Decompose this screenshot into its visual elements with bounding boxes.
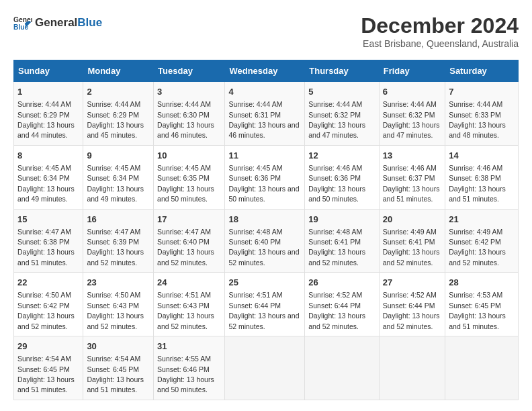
- day-cell: [305, 336, 380, 400]
- daylight-info: Daylight: 13 hours and 52 minutes.: [228, 312, 299, 330]
- daylight-info: Daylight: 13 hours and 49 minutes.: [17, 185, 75, 203]
- day-number: 28: [449, 277, 515, 289]
- logo: General Blue GeneralBlue: [13, 13, 102, 32]
- week-row-1: 1Sunrise: 4:44 AMSunset: 6:29 PMDaylight…: [14, 82, 519, 146]
- sunset-info: Sunset: 6:44 PM: [383, 302, 435, 310]
- day-cell: 30Sunrise: 4:54 AMSunset: 6:45 PMDayligh…: [83, 336, 154, 400]
- day-cell: [225, 336, 305, 400]
- day-number: 14: [449, 150, 515, 162]
- sunset-info: Sunset: 6:46 PM: [157, 365, 210, 373]
- day-number: 27: [383, 277, 441, 289]
- day-cell: 7Sunrise: 4:44 AMSunset: 6:33 PMDaylight…: [445, 82, 519, 146]
- daylight-info: Daylight: 13 hours and 52 minutes.: [17, 312, 75, 330]
- day-cell: 23Sunrise: 4:50 AMSunset: 6:43 PMDayligh…: [83, 273, 154, 336]
- daylight-info: Daylight: 13 hours and 51 minutes.: [449, 312, 506, 330]
- page-title: December 2024: [361, 13, 519, 38]
- sunrise-info: Sunrise: 4:45 AM: [228, 164, 282, 172]
- daylight-info: Daylight: 13 hours and 45 minutes.: [87, 121, 144, 139]
- sunset-info: Sunset: 6:42 PM: [449, 238, 501, 246]
- sunset-info: Sunset: 6:38 PM: [17, 238, 70, 246]
- sunset-info: Sunset: 6:40 PM: [157, 238, 210, 246]
- sunrise-info: Sunrise: 4:52 AM: [308, 291, 362, 299]
- day-number: 10: [157, 150, 221, 162]
- day-cell: 22Sunrise: 4:50 AMSunset: 6:42 PMDayligh…: [14, 273, 83, 336]
- day-number: 24: [157, 277, 221, 289]
- header-cell-saturday: Saturday: [445, 60, 519, 82]
- daylight-info: Daylight: 13 hours and 52 minutes.: [383, 248, 440, 266]
- daylight-info: Daylight: 13 hours and 50 minutes.: [157, 185, 214, 203]
- sunrise-info: Sunrise: 4:44 AM: [308, 100, 362, 108]
- day-cell: 26Sunrise: 4:52 AMSunset: 6:44 PMDayligh…: [305, 273, 380, 336]
- day-cell: 6Sunrise: 4:44 AMSunset: 6:32 PMDaylight…: [379, 82, 445, 146]
- week-row-5: 29Sunrise: 4:54 AMSunset: 6:45 PMDayligh…: [14, 336, 519, 400]
- day-cell: 10Sunrise: 4:45 AMSunset: 6:35 PMDayligh…: [154, 145, 225, 209]
- daylight-info: Daylight: 13 hours and 51 minutes.: [17, 248, 75, 266]
- sunset-info: Sunset: 6:35 PM: [157, 174, 210, 182]
- sunrise-info: Sunrise: 4:46 AM: [308, 164, 362, 172]
- day-number: 22: [17, 277, 79, 289]
- daylight-info: Daylight: 13 hours and 52 minutes.: [87, 312, 144, 330]
- day-cell: 29Sunrise: 4:54 AMSunset: 6:45 PMDayligh…: [14, 336, 83, 400]
- daylight-info: Daylight: 13 hours and 51 minutes.: [87, 375, 144, 394]
- header-row: SundayMondayTuesdayWednesdayThursdayFrid…: [14, 60, 519, 82]
- day-cell: 28Sunrise: 4:53 AMSunset: 6:45 PMDayligh…: [445, 273, 519, 336]
- sunrise-info: Sunrise: 4:44 AM: [228, 100, 282, 108]
- calendar-body: 1Sunrise: 4:44 AMSunset: 6:29 PMDaylight…: [14, 82, 519, 400]
- daylight-info: Daylight: 13 hours and 52 minutes.: [157, 312, 214, 330]
- daylight-info: Daylight: 13 hours and 50 minutes.: [157, 375, 214, 394]
- daylight-info: Daylight: 13 hours and 50 minutes.: [228, 185, 299, 203]
- sunrise-info: Sunrise: 4:48 AM: [228, 228, 282, 236]
- day-number: 4: [228, 86, 301, 98]
- sunset-info: Sunset: 6:34 PM: [87, 174, 139, 182]
- day-number: 26: [308, 277, 375, 289]
- sunrise-info: Sunrise: 4:44 AM: [449, 100, 502, 108]
- daylight-info: Daylight: 13 hours and 50 minutes.: [308, 185, 365, 203]
- sunset-info: Sunset: 6:40 PM: [228, 238, 281, 246]
- day-cell: 18Sunrise: 4:48 AMSunset: 6:40 PMDayligh…: [225, 209, 305, 273]
- day-number: 13: [383, 150, 441, 162]
- day-number: 16: [87, 214, 150, 226]
- header-cell-tuesday: Tuesday: [154, 60, 225, 82]
- daylight-info: Daylight: 13 hours and 52 minutes.: [157, 248, 214, 266]
- day-cell: 15Sunrise: 4:47 AMSunset: 6:38 PMDayligh…: [14, 209, 83, 273]
- header-cell-friday: Friday: [379, 60, 445, 82]
- sunrise-info: Sunrise: 4:48 AM: [308, 228, 362, 236]
- sunset-info: Sunset: 6:38 PM: [449, 174, 501, 182]
- calendar-header: SundayMondayTuesdayWednesdayThursdayFrid…: [14, 60, 519, 82]
- week-row-4: 22Sunrise: 4:50 AMSunset: 6:42 PMDayligh…: [14, 273, 519, 336]
- day-number: 17: [157, 214, 221, 226]
- sunrise-info: Sunrise: 4:47 AM: [17, 228, 71, 236]
- header: General Blue GeneralBlue December 2024 E…: [13, 13, 519, 49]
- day-cell: 5Sunrise: 4:44 AMSunset: 6:32 PMDaylight…: [305, 82, 380, 146]
- sunrise-info: Sunrise: 4:49 AM: [383, 228, 437, 236]
- sunrise-info: Sunrise: 4:54 AM: [87, 355, 140, 363]
- day-number: 12: [308, 150, 375, 162]
- sunrise-info: Sunrise: 4:55 AM: [157, 355, 211, 363]
- day-cell: 31Sunrise: 4:55 AMSunset: 6:46 PMDayligh…: [154, 336, 225, 400]
- day-number: 8: [17, 150, 79, 162]
- day-number: 30: [87, 340, 150, 353]
- sunset-info: Sunset: 6:36 PM: [308, 174, 361, 182]
- sunset-info: Sunset: 6:41 PM: [383, 238, 435, 246]
- sunset-info: Sunset: 6:43 PM: [87, 302, 139, 310]
- sunrise-info: Sunrise: 4:54 AM: [17, 355, 71, 363]
- day-cell: 24Sunrise: 4:51 AMSunset: 6:43 PMDayligh…: [154, 273, 225, 336]
- daylight-info: Daylight: 13 hours and 52 minutes.: [308, 312, 365, 330]
- daylight-info: Daylight: 13 hours and 52 minutes.: [228, 248, 299, 266]
- daylight-info: Daylight: 13 hours and 47 minutes.: [383, 121, 440, 139]
- sunset-info: Sunset: 6:44 PM: [228, 302, 281, 310]
- logo-text: GeneralBlue: [35, 17, 102, 30]
- day-cell: 16Sunrise: 4:47 AMSunset: 6:39 PMDayligh…: [83, 209, 154, 273]
- sunset-info: Sunset: 6:39 PM: [87, 238, 139, 246]
- header-cell-wednesday: Wednesday: [225, 60, 305, 82]
- day-cell: 1Sunrise: 4:44 AMSunset: 6:29 PMDaylight…: [14, 82, 83, 146]
- day-cell: [379, 336, 445, 400]
- day-cell: 3Sunrise: 4:44 AMSunset: 6:30 PMDaylight…: [154, 82, 225, 146]
- sunrise-info: Sunrise: 4:51 AM: [157, 291, 211, 299]
- day-number: 15: [17, 214, 79, 226]
- sunset-info: Sunset: 6:45 PM: [87, 365, 139, 373]
- day-cell: 21Sunrise: 4:49 AMSunset: 6:42 PMDayligh…: [445, 209, 519, 273]
- sunrise-info: Sunrise: 4:44 AM: [17, 100, 71, 108]
- day-cell: 4Sunrise: 4:44 AMSunset: 6:31 PMDaylight…: [225, 82, 305, 146]
- daylight-info: Daylight: 13 hours and 46 minutes.: [157, 121, 214, 139]
